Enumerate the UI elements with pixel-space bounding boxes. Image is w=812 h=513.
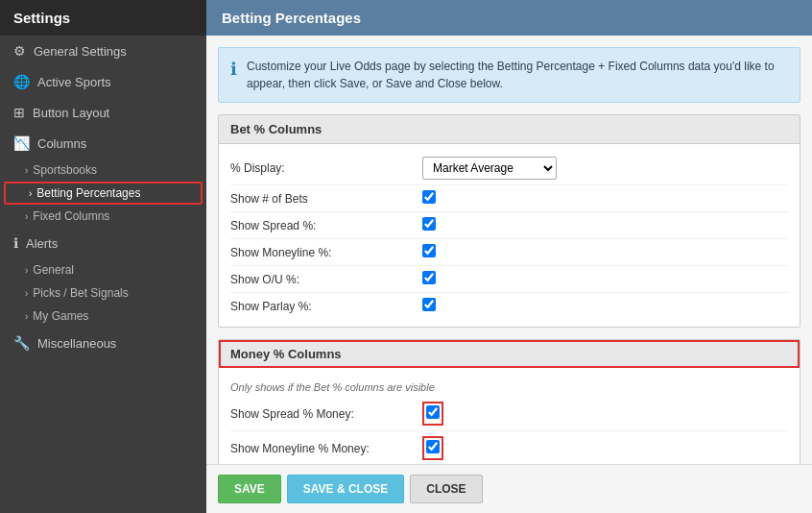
sidebar-sub-item-sportsbooks[interactable]: › Sportsbooks <box>0 159 206 182</box>
sidebar-sub-label: General <box>33 263 74 277</box>
arrow-icon: › <box>25 165 28 176</box>
globe-icon: 🌐 <box>13 74 30 89</box>
arrow-icon: › <box>25 265 28 276</box>
show-num-bets-control <box>422 190 788 207</box>
arrow-icon: › <box>29 188 32 199</box>
wrench-icon: 🔧 <box>13 335 30 351</box>
sidebar-item-active-sports[interactable]: 🌐 Active Sports <box>0 66 206 97</box>
show-parlay-pct-row: Show Parlay %: <box>230 293 788 319</box>
show-ou-pct-checkbox[interactable] <box>422 271 436 284</box>
show-spread-pct-label: Show Spread %: <box>230 219 422 232</box>
show-parlay-pct-label: Show Parlay %: <box>230 300 422 313</box>
bet-columns-section: Bet % Columns % Display: Market Average … <box>218 114 800 328</box>
sidebar-sub-item-picks-bet-signals[interactable]: › Picks / Bet Signals <box>0 281 206 305</box>
sidebar-item-label: Alerts <box>26 236 58 251</box>
show-num-bets-label: Show # of Bets <box>230 192 422 206</box>
sidebar-item-label: Active Sports <box>37 75 111 89</box>
sidebar-sub-label: Picks / Bet Signals <box>33 286 128 300</box>
sidebar: Settings ⚙ General Settings 🌐 Active Spo… <box>0 0 206 513</box>
show-spread-money-checkbox[interactable] <box>426 405 440 419</box>
show-num-bets-checkbox[interactable] <box>422 190 436 204</box>
show-parlay-pct-checkbox[interactable] <box>422 298 436 311</box>
save-button[interactable]: SAVE <box>218 475 281 503</box>
money-columns-section: Money % Columns Only shows if the Bet % … <box>218 339 800 464</box>
sidebar-item-columns[interactable]: 📉 Columns <box>0 128 206 159</box>
show-moneyline-pct-checkbox[interactable] <box>422 244 436 257</box>
show-ou-pct-row: Show O/U %: <box>230 266 788 293</box>
info-box: ℹ Customize your Live Odds page by selec… <box>218 47 800 103</box>
sidebar-item-alerts[interactable]: ℹ Alerts <box>0 228 206 258</box>
pct-display-label: % Display: <box>230 161 422 175</box>
info-text: Customize your Live Odds page by selecti… <box>247 58 788 92</box>
bet-columns-title: Bet % Columns <box>219 115 800 144</box>
sidebar-item-label: Miscellaneous <box>37 336 116 351</box>
main-content: Betting Percentages ℹ Customize your Liv… <box>206 0 812 513</box>
money-columns-title: Money % Columns <box>219 340 800 368</box>
show-spread-pct-row: Show Spread %: <box>230 212 788 239</box>
show-moneyline-pct-control <box>422 244 788 260</box>
info-icon: ℹ <box>13 235 18 251</box>
sidebar-sub-label: Betting Percentages <box>36 186 140 200</box>
sidebar-sub-item-betting-percentages[interactable]: › Betting Percentages <box>4 182 203 205</box>
main-header: Betting Percentages <box>206 0 812 36</box>
arrow-icon: › <box>25 311 28 322</box>
sidebar-item-button-layout[interactable]: ⊞ Button Layout <box>0 97 206 128</box>
sidebar-sub-label: My Games <box>33 309 88 323</box>
show-moneyline-pct-row: Show Moneyline %: <box>230 239 788 266</box>
show-spread-pct-control <box>422 217 788 233</box>
grid-icon: ⊞ <box>13 105 25 120</box>
spread-money-checkbox-highlight <box>422 402 443 426</box>
only-shows-text: Only shows if the Bet % columns are visi… <box>230 376 788 397</box>
pct-display-control: Market Average Opening Line Closing Line <box>422 157 788 180</box>
page-title: Betting Percentages <box>222 10 361 26</box>
show-num-bets-row: Show # of Bets <box>230 185 788 212</box>
pct-display-row: % Display: Market Average Opening Line C… <box>230 152 788 185</box>
arrow-icon: › <box>25 211 28 222</box>
sidebar-item-label: Columns <box>37 136 86 151</box>
sidebar-sub-label: Fixed Columns <box>33 209 109 223</box>
show-moneyline-money-checkbox[interactable] <box>426 440 440 453</box>
sidebar-title: Settings <box>13 10 70 26</box>
show-spread-money-row: Show Spread % Money: <box>230 397 788 431</box>
show-spread-pct-checkbox[interactable] <box>422 217 436 231</box>
sidebar-item-label: General Settings <box>34 44 127 59</box>
show-moneyline-money-control <box>422 436 788 460</box>
footer: SAVE SAVE & CLOSE CLOSE <box>206 464 812 513</box>
show-moneyline-money-label: Show Moneyline % Money: <box>230 442 422 455</box>
pct-display-select[interactable]: Market Average Opening Line Closing Line <box>422 157 557 180</box>
show-parlay-pct-control <box>422 298 788 314</box>
save-close-button[interactable]: SAVE & CLOSE <box>287 475 404 503</box>
show-ou-pct-control <box>422 271 788 287</box>
arrow-icon: › <box>25 288 28 299</box>
money-columns-content: Only shows if the Bet % columns are visi… <box>219 368 800 464</box>
sidebar-item-general-settings[interactable]: ⚙ General Settings <box>0 36 206 66</box>
bet-columns-content: % Display: Market Average Opening Line C… <box>219 144 800 327</box>
sidebar-item-miscellaneous[interactable]: 🔧 Miscellaneous <box>0 328 206 358</box>
sidebar-sub-item-fixed-columns[interactable]: › Fixed Columns <box>0 205 206 228</box>
show-spread-money-label: Show Spread % Money: <box>230 407 422 421</box>
show-moneyline-pct-label: Show Moneyline %: <box>230 246 422 259</box>
chart-icon: 📉 <box>13 135 30 151</box>
show-spread-money-control <box>422 402 788 426</box>
close-button[interactable]: CLOSE <box>410 475 482 503</box>
sidebar-sub-item-general[interactable]: › General <box>0 258 206 281</box>
sidebar-item-label: Button Layout <box>33 106 109 120</box>
moneyline-money-checkbox-highlight <box>422 436 443 460</box>
info-circle-icon: ℹ <box>230 59 237 80</box>
sidebar-sub-item-my-games[interactable]: › My Games <box>0 305 206 328</box>
sidebar-sub-label: Sportsbooks <box>33 163 97 177</box>
sidebar-header: Settings <box>0 0 206 36</box>
gear-icon: ⚙ <box>13 43 26 59</box>
show-moneyline-money-row: Show Moneyline % Money: <box>230 431 788 464</box>
show-ou-pct-label: Show O/U %: <box>230 273 422 286</box>
content-area: ℹ Customize your Live Odds page by selec… <box>206 36 812 464</box>
